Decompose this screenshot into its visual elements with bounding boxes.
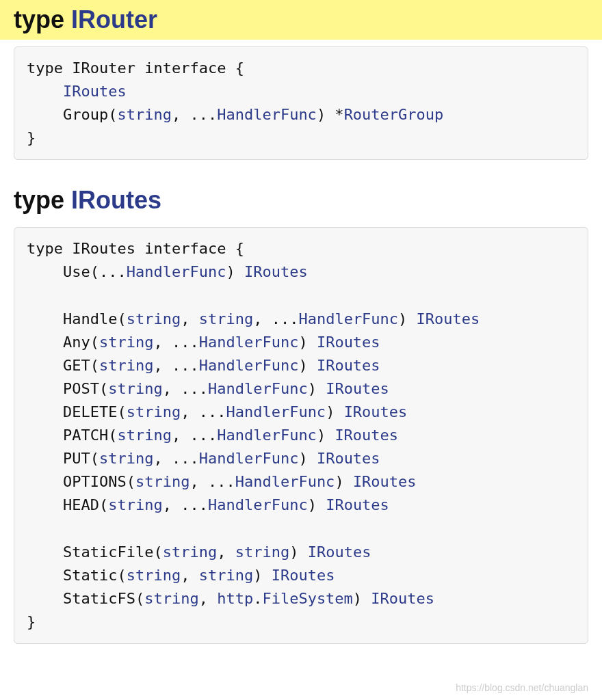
code-text: } (27, 129, 36, 146)
code-text: POST( (27, 380, 108, 397)
code-type-link[interactable]: IRoutes (317, 334, 380, 351)
code-builtin-type[interactable]: string (127, 403, 181, 420)
code-type-link[interactable]: HandlerFunc (226, 403, 326, 420)
code-type-link[interactable]: IRoutes (308, 543, 371, 561)
code-builtin-type[interactable]: string (199, 567, 253, 584)
code-type-link[interactable]: IRoutes (317, 450, 380, 467)
code-type-link[interactable]: IRoutes (344, 403, 408, 420)
code-text: , (181, 310, 199, 327)
code-builtin-type[interactable]: string (127, 310, 181, 327)
type-name-link[interactable]: IRoutes (71, 186, 161, 214)
code-text: ) (335, 473, 353, 490)
code-text: , ... (172, 427, 217, 444)
code-text: , ... (163, 496, 208, 513)
code-text: Use(... (27, 263, 127, 280)
code-block: type IRouter interface { IRoutes Group(s… (14, 46, 588, 160)
code-text: ) (289, 543, 308, 561)
code-builtin-type[interactable]: string (108, 496, 162, 513)
code-text: , (217, 543, 235, 561)
code-text: StaticFS( (27, 590, 144, 607)
code-text: HEAD( (27, 496, 108, 513)
code-text: , ... (189, 473, 235, 490)
code-text: , ... (153, 450, 198, 467)
code-type-link[interactable]: IRoutes (353, 473, 417, 490)
code-type-link[interactable]: IRoutes (335, 427, 398, 444)
code-builtin-type[interactable]: string (99, 357, 153, 374)
code-type-link[interactable]: HandlerFunc (199, 334, 299, 351)
code-builtin-type[interactable]: string (144, 590, 198, 607)
code-text: ) (308, 496, 326, 513)
code-text: ) (298, 357, 317, 374)
code-text: GET( (27, 357, 99, 374)
code-text: , ... (253, 310, 298, 327)
code-type-link[interactable]: IRoutes (63, 83, 127, 100)
type-heading: type IRouter (0, 0, 602, 40)
code-text: Static( (27, 567, 127, 584)
code-builtin-type[interactable]: string (135, 473, 189, 490)
code-text: , ... (153, 334, 198, 351)
code-builtin-type[interactable]: string (117, 106, 171, 123)
code-text: ) (226, 263, 244, 280)
code-type-link[interactable]: http (217, 590, 253, 607)
code-text: , (199, 590, 218, 607)
code-type-link[interactable]: RouterGroup (344, 106, 444, 123)
code-text: , ... (172, 106, 217, 123)
code-text: ) * (317, 106, 344, 123)
code-text: , ... (163, 380, 208, 397)
code-type-link[interactable]: IRoutes (244, 263, 308, 280)
code-text: . (253, 590, 262, 607)
code-text: type IRoutes interface { (27, 240, 244, 257)
code-type-link[interactable]: HandlerFunc (208, 380, 308, 397)
code-type-link[interactable]: IRoutes (272, 567, 335, 584)
code-text: ) (298, 450, 317, 467)
code-type-link[interactable]: HandlerFunc (199, 357, 299, 374)
code-text: ) (298, 334, 317, 351)
code-type-link[interactable]: IRoutes (317, 357, 380, 374)
code-text: PATCH( (27, 427, 117, 444)
code-builtin-type[interactable]: string (235, 543, 289, 561)
code-text: Handle( (27, 310, 127, 327)
code-builtin-type[interactable]: string (117, 427, 171, 444)
code-builtin-type[interactable]: string (99, 334, 153, 351)
code-text: , ... (153, 357, 198, 374)
code-text: StaticFile( (27, 543, 163, 561)
code-type-link[interactable]: HandlerFunc (208, 496, 308, 513)
code-text: OPTIONS( (27, 473, 135, 490)
code-type-link[interactable]: HandlerFunc (199, 450, 299, 467)
type-name-link[interactable]: IRouter (71, 5, 157, 33)
type-heading: type IRoutes (0, 180, 602, 220)
code-text: ) (317, 427, 335, 444)
code-text: ) (398, 310, 417, 327)
code-builtin-type[interactable]: string (108, 380, 162, 397)
code-builtin-type[interactable]: string (163, 543, 217, 561)
code-type-link[interactable]: HandlerFunc (127, 263, 226, 280)
code-type-link[interactable]: FileSystem (262, 590, 352, 607)
code-text: , (181, 567, 199, 584)
code-builtin-type[interactable]: string (127, 567, 181, 584)
code-type-link[interactable]: HandlerFunc (235, 473, 335, 490)
code-type-link[interactable]: HandlerFunc (217, 427, 317, 444)
code-text: type IRouter interface { (27, 59, 244, 77)
code-text: PUT( (27, 450, 99, 467)
code-text: ) (308, 380, 326, 397)
code-block: type IRoutes interface { Use(...HandlerF… (14, 227, 588, 644)
code-builtin-type[interactable]: string (199, 310, 253, 327)
code-text (27, 83, 63, 100)
code-text: } (27, 613, 36, 630)
code-text: ) (326, 403, 344, 420)
code-type-link[interactable]: HandlerFunc (298, 310, 398, 327)
code-text: ) (253, 567, 272, 584)
code-type-link[interactable]: IRoutes (371, 590, 434, 607)
code-text: ) (353, 590, 371, 607)
code-type-link[interactable]: HandlerFunc (217, 106, 317, 123)
code-text: Any( (27, 334, 99, 351)
code-type-link[interactable]: IRoutes (326, 380, 389, 397)
code-text: Group( (27, 106, 117, 123)
type-keyword: type (14, 186, 64, 214)
code-type-link[interactable]: IRoutes (326, 496, 389, 513)
code-type-link[interactable]: IRoutes (417, 310, 480, 327)
code-text: , ... (181, 403, 226, 420)
code-text: DELETE( (27, 403, 127, 420)
code-builtin-type[interactable]: string (99, 450, 153, 467)
type-keyword: type (14, 5, 64, 33)
